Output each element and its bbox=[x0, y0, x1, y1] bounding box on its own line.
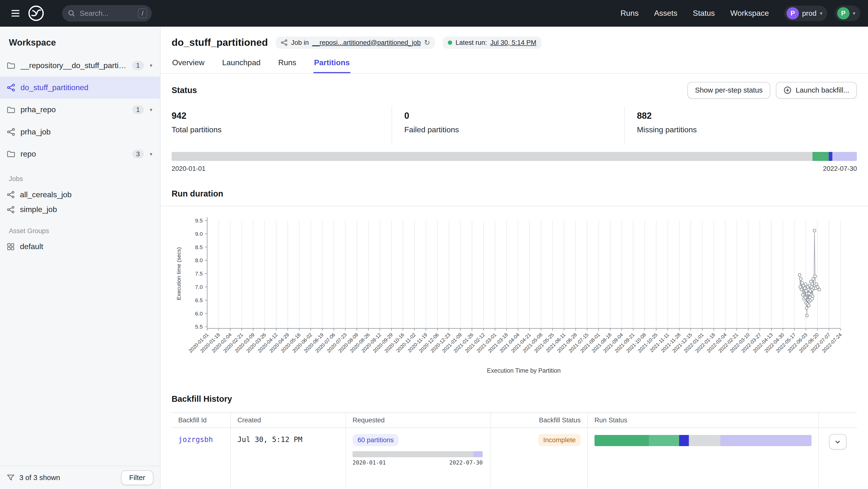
run-success-dot bbox=[448, 40, 452, 45]
job-icon bbox=[6, 83, 16, 92]
bar-segment bbox=[679, 435, 689, 446]
launch-backfill-label: Launch backfill... bbox=[796, 86, 849, 94]
sidebar-item-repository-do-stuff-partitioned[interactable]: __repository__do_stuff_partitio... 1 ▾ bbox=[0, 55, 160, 76]
run-duration-chart: 9.59.08.58.07.57.06.56.05.52020-01-01202… bbox=[160, 206, 868, 381]
filter-button[interactable]: Filter bbox=[121, 470, 153, 485]
search-shortcut-key: / bbox=[138, 8, 147, 19]
user-menu[interactable]: P ▾ bbox=[835, 6, 860, 21]
bar-segment bbox=[649, 435, 679, 446]
job-origin-link[interactable]: __reposi...artitioned@partitioned_job bbox=[312, 39, 421, 46]
chevron-down-icon[interactable]: ▾ bbox=[149, 62, 153, 70]
deployment-name: prod bbox=[802, 9, 816, 18]
job-icon bbox=[6, 205, 15, 214]
top-navbar: / Runs Assets Status Workspace P prod ▾ … bbox=[0, 0, 868, 27]
sidebar-footer: 3 of 3 shown Filter bbox=[0, 466, 160, 489]
tab-runs[interactable]: Runs bbox=[278, 53, 297, 73]
svg-text:5.5: 5.5 bbox=[195, 324, 203, 330]
dagster-logo-icon bbox=[27, 4, 45, 23]
status-actions: Show per-step status Launch backfill... bbox=[687, 82, 857, 98]
svg-text:Execution time (secs): Execution time (secs) bbox=[175, 247, 182, 300]
launch-backfill-button[interactable]: Launch backfill... bbox=[776, 82, 857, 98]
stat-total-partitions: 942 Total partitions bbox=[172, 106, 392, 144]
backfill-table: Backfill Id Created Requested Backfill S… bbox=[172, 413, 857, 489]
job-tabs: Overview Launchpad Runs Partitions bbox=[160, 51, 868, 74]
col-backfill-id: Backfill Id bbox=[172, 413, 230, 427]
bar-segment bbox=[594, 435, 649, 446]
show-per-step-status-button[interactable]: Show per-step status bbox=[687, 82, 770, 98]
svg-text:7.0: 7.0 bbox=[195, 284, 203, 290]
bar-segment bbox=[829, 152, 832, 161]
backfill-status-badge: Incomplete bbox=[538, 434, 581, 446]
deployment-switcher[interactable]: P prod ▾ bbox=[784, 6, 827, 21]
run-duration-title: Run duration bbox=[172, 189, 857, 198]
search-box[interactable]: / bbox=[62, 5, 152, 22]
status-title: Status bbox=[172, 86, 197, 95]
filter-funnel-icon bbox=[6, 474, 15, 482]
sidebar-item-prha-repo[interactable]: prha_repo 1 ▾ bbox=[0, 99, 160, 121]
dagster-logo[interactable] bbox=[27, 4, 45, 23]
nav-assets[interactable]: Assets bbox=[654, 9, 677, 18]
folder-icon bbox=[6, 61, 16, 70]
chevron-down-icon bbox=[834, 438, 842, 446]
svg-text:9.0: 9.0 bbox=[195, 231, 203, 237]
partition-range: 2020-01-01 2022-07-30 bbox=[172, 165, 857, 172]
jobs-section-label: Jobs bbox=[0, 165, 160, 187]
search-input[interactable] bbox=[80, 9, 133, 18]
nav-runs[interactable]: Runs bbox=[620, 9, 639, 18]
reload-icon[interactable]: ↻ bbox=[424, 39, 430, 46]
menu-toggle-button[interactable] bbox=[8, 6, 23, 21]
range-end: 2022-07-30 bbox=[449, 459, 483, 466]
job-origin-tag: Job in __reposi...artitioned@partitioned… bbox=[276, 37, 435, 49]
col-run-status: Run Status bbox=[587, 413, 818, 427]
requested-partitions-chip[interactable]: 60 partitions bbox=[352, 434, 399, 446]
run-duration-header: Run duration bbox=[160, 172, 868, 206]
tab-partitions[interactable]: Partitions bbox=[313, 53, 350, 73]
stat-value: 882 bbox=[637, 111, 857, 121]
sidebar-item-prha-job[interactable]: prha_job bbox=[0, 121, 160, 143]
asset-group-grid-icon bbox=[6, 242, 15, 251]
backfill-table-header: Backfill Id Created Requested Backfill S… bbox=[172, 413, 857, 428]
backfill-id-link[interactable]: jozrgsbh bbox=[178, 435, 213, 444]
run-status-bar[interactable] bbox=[594, 435, 811, 446]
count-badge: 1 bbox=[132, 105, 144, 115]
tab-launchpad[interactable]: Launchpad bbox=[222, 53, 261, 73]
range-start: 2020-01-01 bbox=[352, 459, 386, 466]
chevron-down-icon[interactable]: ▾ bbox=[149, 106, 153, 113]
requested-progress-bar bbox=[352, 451, 483, 457]
sidebar-item-repo[interactable]: repo 3 ▾ bbox=[0, 143, 160, 165]
status-section-header: Status Show per-step status Launch backf… bbox=[160, 74, 868, 105]
nav-status[interactable]: Status bbox=[693, 9, 715, 18]
row-expand-button[interactable] bbox=[829, 434, 847, 450]
svg-text:6.0: 6.0 bbox=[195, 311, 203, 317]
chevron-down-icon: ▾ bbox=[820, 11, 822, 16]
dagster-app: / Runs Assets Status Workspace P prod ▾ … bbox=[0, 0, 868, 489]
tab-overview[interactable]: Overview bbox=[172, 53, 205, 73]
folder-icon bbox=[6, 105, 16, 115]
job-icon bbox=[281, 39, 288, 46]
svg-text:8.0: 8.0 bbox=[195, 257, 203, 263]
bar-segment bbox=[812, 152, 829, 161]
sidebar-item-do-stuff-partitioned[interactable]: do_stuff_partitioned bbox=[0, 76, 160, 99]
range-end: 2022-07-30 bbox=[823, 165, 857, 172]
chevron-down-icon[interactable]: ▾ bbox=[149, 150, 153, 158]
latest-run-link[interactable]: Jul 30, 5:14 PM bbox=[490, 39, 536, 46]
bar-segment bbox=[832, 152, 857, 161]
sidebar-item-default-asset-group[interactable]: default bbox=[0, 239, 160, 254]
svg-text:Execution Time by Partition: Execution Time by Partition bbox=[487, 367, 561, 374]
sidebar-item-simple-job[interactable]: simple_job bbox=[0, 202, 160, 217]
repo-label: prha_repo bbox=[20, 105, 127, 114]
nav-workspace[interactable]: Workspace bbox=[730, 9, 769, 18]
user-avatar: P bbox=[837, 7, 849, 20]
bar-segment bbox=[172, 152, 812, 161]
job-label: all_cereals_job bbox=[20, 190, 71, 199]
bar-segment bbox=[473, 451, 483, 457]
execution-time-chart: 9.59.08.58.07.57.06.56.05.52020-01-01202… bbox=[167, 213, 853, 379]
sidebar-item-all-cereals-job[interactable]: all_cereals_job bbox=[0, 187, 160, 202]
main-content: do_stuff_partitioned Job in __reposi...a… bbox=[160, 27, 868, 489]
job-label: do_stuff_partitioned bbox=[20, 83, 153, 92]
bar-segment bbox=[720, 435, 811, 446]
partition-status-bar[interactable] bbox=[172, 152, 857, 161]
page-title: do_stuff_partitioned bbox=[172, 37, 268, 48]
job-label: prha_job bbox=[20, 127, 153, 136]
backfill-history-title: Backfill History bbox=[172, 394, 857, 404]
